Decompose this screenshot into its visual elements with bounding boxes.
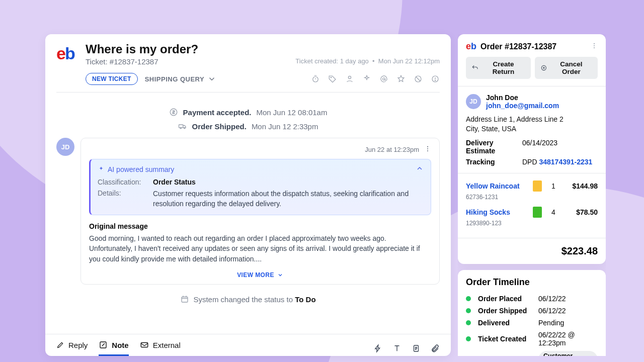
timeline-card: Order Timeline Order Placed 06/12/22 Ord… bbox=[458, 270, 606, 356]
order-item: Yellow Raincoat 1 $144.98 62736-1231 bbox=[466, 180, 598, 205]
button-label: Cancel Order bbox=[550, 60, 592, 75]
svg-point-12 bbox=[427, 148, 428, 149]
order-more-button[interactable] bbox=[591, 42, 598, 51]
customer-email[interactable]: john_doe@gmail.com bbox=[486, 102, 559, 110]
timer-icon[interactable] bbox=[311, 74, 320, 83]
text-icon[interactable] bbox=[392, 344, 401, 353]
delivery-estimate-value: 06/14/2023 bbox=[522, 139, 598, 155]
tracking-label: Tracking bbox=[466, 158, 522, 166]
address-line-2: City, State, USA bbox=[466, 124, 598, 134]
cancel-order-button[interactable]: Cancel Order bbox=[535, 57, 598, 79]
item-name-link[interactable]: Hiking Socks bbox=[466, 208, 527, 216]
view-more-button[interactable]: VIEW MORE bbox=[237, 272, 283, 279]
timeline-item: Order Placed 06/12/22 bbox=[466, 293, 598, 305]
document-icon[interactable] bbox=[412, 344, 421, 353]
timeline-label: Delivered bbox=[478, 319, 534, 327]
svg-point-9 bbox=[180, 128, 181, 129]
tracking-carrier: DPD bbox=[522, 158, 539, 166]
timeline-value: 06/22/22 @ 12:23pm bbox=[538, 331, 598, 347]
item-sku: 62736-1231 bbox=[466, 194, 527, 201]
ai-collapse-button[interactable] bbox=[416, 164, 424, 174]
delivery-estimate-label: Delivery Estimate bbox=[466, 139, 522, 155]
address-line-1: Address Line 1, Address Line 2 bbox=[466, 115, 598, 124]
bolt-icon[interactable] bbox=[373, 344, 382, 353]
item-swatch bbox=[533, 207, 542, 218]
status-time: Mon Jun 12 2:33pm bbox=[252, 122, 318, 131]
brand-logo-small: eb bbox=[466, 41, 476, 52]
message-timestamp: Jun 22 at 12:23pm bbox=[365, 146, 419, 153]
status-time: Mon Jun 12 08:01am bbox=[256, 108, 327, 117]
svg-point-19 bbox=[594, 45, 595, 46]
star-icon[interactable] bbox=[396, 74, 406, 83]
status-label: Payment accepted. bbox=[183, 108, 252, 117]
item-name-link[interactable]: Yellow Raincoat bbox=[466, 182, 527, 190]
button-label: Create Return bbox=[481, 60, 525, 75]
customer-avatar-small: JD bbox=[466, 94, 481, 109]
svg-point-1 bbox=[331, 77, 332, 78]
svg-rect-16 bbox=[141, 343, 148, 347]
svg-point-11 bbox=[427, 146, 428, 147]
message-more-button[interactable] bbox=[424, 145, 431, 154]
svg-point-3 bbox=[383, 78, 385, 80]
item-sku: 1293890-123 bbox=[466, 220, 527, 227]
timeline-label: Order Placed bbox=[478, 295, 534, 303]
customer-avatar: JD bbox=[56, 138, 74, 156]
status-payment: Payment accepted. Mon Jun 12 08:01am bbox=[56, 108, 440, 117]
alert-icon[interactable] bbox=[431, 74, 440, 83]
item-qty: 4 bbox=[547, 208, 559, 216]
category-dropdown[interactable]: SHIPPING QUERY bbox=[145, 74, 216, 83]
svg-point-2 bbox=[348, 76, 351, 78]
order-total: $223.48 bbox=[466, 245, 598, 257]
order-items: Yellow Raincoat 1 $144.98 62736-1231 Hik… bbox=[466, 180, 598, 231]
svg-point-6 bbox=[435, 80, 435, 80]
chevron-down-icon bbox=[207, 74, 216, 83]
ticket-header: eb Where is my order? Ticket: #12837-123… bbox=[45, 34, 451, 108]
user-icon[interactable] bbox=[345, 74, 354, 83]
sparkle-icon bbox=[98, 166, 105, 173]
ai-summary-box: AI powered summary Classification: Order… bbox=[89, 159, 431, 215]
item-price: $144.98 bbox=[562, 182, 598, 190]
svg-point-18 bbox=[594, 43, 595, 44]
timeline-item: Order Shipped 06/12/22 bbox=[466, 305, 598, 317]
timeline-dot bbox=[466, 296, 471, 301]
sparkle-icon[interactable] bbox=[362, 74, 371, 83]
ai-details-value: Customer requests information about the … bbox=[153, 189, 424, 209]
at-icon[interactable] bbox=[379, 74, 388, 83]
timeline-value: 06/12/22 bbox=[538, 307, 598, 315]
ticket-created-date: Mon Jun 22 12:12pm bbox=[378, 57, 440, 65]
ticket-meta: Ticket created: 1 day ago • Mon Jun 22 1… bbox=[295, 42, 440, 65]
customer-name: John Doe bbox=[486, 94, 559, 102]
svg-rect-14 bbox=[182, 297, 188, 303]
composer-tab-reply[interactable]: Reply bbox=[56, 341, 88, 356]
timeline-value: 06/12/22 bbox=[538, 295, 598, 303]
truck-icon bbox=[178, 122, 187, 131]
block-icon[interactable] bbox=[414, 74, 423, 83]
timeline-label: Assigned To: bbox=[478, 355, 534, 356]
system-event-prefix: System changed the status to bbox=[193, 295, 295, 304]
cancel-icon bbox=[540, 64, 547, 71]
ai-classification-value: Order Status bbox=[153, 178, 424, 186]
customer-address: Address Line 1, Address Line 2 City, Sta… bbox=[466, 115, 598, 134]
attachment-icon[interactable] bbox=[431, 344, 440, 353]
category-label: SHIPPING QUERY bbox=[145, 75, 204, 83]
ticket-subtitle: Ticket: #12837-12387 bbox=[86, 57, 288, 66]
svg-point-10 bbox=[184, 128, 185, 129]
tracking-number-link[interactable]: 348174391-2231 bbox=[539, 158, 592, 166]
ticket-panel: eb Where is my order? Ticket: #12837-123… bbox=[45, 34, 451, 356]
tag-icon[interactable] bbox=[328, 74, 337, 83]
calendar-icon bbox=[180, 295, 189, 304]
composer: Reply Note External bbox=[45, 334, 451, 356]
timeline-dot bbox=[466, 308, 471, 313]
timeline-assignee-pill: Customer Support bbox=[538, 351, 598, 356]
timeline-label: Order Shipped bbox=[478, 307, 534, 315]
composer-tab-label: Note bbox=[112, 341, 128, 349]
status-shipped: Order Shipped. Mon Jun 12 2:33pm bbox=[56, 122, 440, 131]
composer-tab-note[interactable]: Note bbox=[99, 340, 128, 356]
timeline-label: Ticket Created bbox=[478, 335, 534, 343]
create-return-button[interactable]: Create Return bbox=[466, 57, 531, 79]
composer-tab-external[interactable]: External bbox=[140, 340, 181, 356]
system-event: System changed the status to To Do bbox=[56, 295, 440, 304]
item-swatch bbox=[533, 180, 542, 192]
message-card: Jun 22 at 12:23pm AI powered summary Cl bbox=[80, 138, 440, 285]
timeline-item: Delivered Pending bbox=[466, 317, 598, 329]
